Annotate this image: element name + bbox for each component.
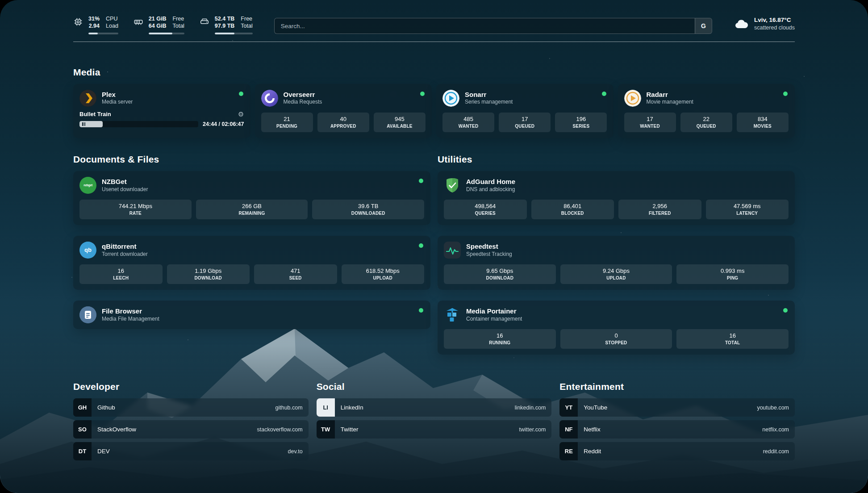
- portainer-icon: [444, 306, 461, 323]
- github-abbr-tile: GH: [73, 398, 92, 417]
- bookmark-linkedin[interactable]: LI LinkedIn linkedin.com: [317, 398, 552, 417]
- system-stats: 31% 2.94 CPU Load: [73, 15, 253, 34]
- section-documents: Documents & Files nzbget NZBGet Usenet d…: [73, 154, 430, 329]
- app-name: Sonarr: [465, 91, 513, 99]
- pause-icon[interactable]: [82, 122, 86, 126]
- playback-progress-bar[interactable]: [79, 121, 198, 127]
- stat-tile: 16LEECH: [79, 264, 163, 284]
- stat-tile: 744.21 MbpsRATE: [79, 200, 192, 219]
- status-dot: [239, 92, 243, 96]
- bookmark-github[interactable]: GH Github github.com: [73, 398, 309, 417]
- search-input[interactable]: [275, 18, 695, 33]
- utilities-section-title: Utilities: [438, 154, 795, 165]
- app-description: DNS and adblocking: [466, 186, 515, 193]
- bookmark-stackoverflow[interactable]: SO StackOverflow stackoverflow.com: [73, 420, 309, 439]
- bookmark-dev[interactable]: DT DEV dev.to: [73, 442, 309, 460]
- search-engine-button[interactable]: G: [695, 18, 712, 33]
- ram-label-free: Free: [172, 15, 184, 22]
- bookmark-twitter[interactable]: TW Twitter twitter.com: [317, 420, 552, 439]
- app-name: Plex: [102, 91, 133, 99]
- app-card-radarr[interactable]: Radarr Movie management 17WANTED 22QUEUE…: [618, 84, 795, 138]
- stat-tile: 21PENDING: [261, 113, 313, 132]
- weather-cloud-icon: [734, 18, 749, 30]
- stat-tile: 498,564QUERIES: [444, 200, 527, 219]
- status-dot: [783, 92, 788, 96]
- app-card-nzbget[interactable]: nzbget NZBGet Usenet downloader 744.21 M…: [73, 171, 430, 225]
- nzbget-icon: nzbget: [79, 177, 96, 194]
- stat-tile: 17QUEUED: [499, 113, 551, 132]
- app-card-adguard[interactable]: AdGuard Home DNS and adblocking 498,564Q…: [438, 171, 795, 225]
- app-card-sonarr[interactable]: Sonarr Series management 485WANTED 17QUE…: [436, 84, 613, 138]
- stat-tile: 9.65 GbpsDOWNLOAD: [444, 264, 556, 284]
- app-name: Media Portainer: [466, 307, 522, 316]
- app-description: Series management: [465, 99, 513, 105]
- app-card-portainer[interactable]: Media Portainer Container management 16R…: [438, 301, 795, 355]
- stat-tile: 0.993 msPING: [676, 264, 789, 284]
- header-divider: [73, 42, 795, 42]
- cpu-load-value: 2.94: [88, 22, 100, 29]
- app-name: AdGuard Home: [466, 178, 515, 186]
- cpu-percent: 31%: [88, 15, 100, 22]
- bookmark-netflix[interactable]: NF Netflix netflix.com: [559, 420, 795, 439]
- app-card-overseerr[interactable]: Overseerr Media Requests 21PENDING 40APP…: [255, 84, 432, 138]
- bookmarks-entertainment: Entertainment YT YouTube youtube.com NF …: [559, 381, 795, 460]
- stat-tile: 16RUNNING: [444, 329, 556, 349]
- disk-progress-bar: [215, 33, 253, 34]
- app-name: Overseerr: [284, 91, 322, 99]
- cpu-progress-bar: [88, 33, 118, 34]
- app-description: Media Requests: [284, 99, 322, 105]
- app-name: File Browser: [102, 307, 159, 316]
- now-playing-title: Bullet Train: [79, 111, 111, 117]
- app-card-filebrowser[interactable]: File Browser Media File Management: [73, 301, 430, 329]
- stat-tile: 945AVAILABLE: [374, 113, 426, 132]
- stat-tile: 16TOTAL: [676, 329, 789, 349]
- status-dot: [420, 92, 425, 96]
- weather-location: Lviv, 16.87°C: [754, 16, 795, 24]
- documents-section-title: Documents & Files: [73, 154, 430, 165]
- bookmarks-social: Social LI LinkedIn linkedin.com TW Twitt…: [317, 381, 552, 460]
- stat-tile: 618.52 MbpsUPLOAD: [342, 264, 425, 284]
- stat-tile: 834MOVIES: [737, 113, 789, 132]
- stat-tile: 2,956FILTERED: [618, 200, 701, 219]
- bookmarks-developer: Developer GH Github github.com SO StackO…: [73, 381, 309, 460]
- ram-free-value: 21 GiB: [149, 15, 167, 22]
- filebrowser-icon: [79, 306, 96, 323]
- stat-tile: 17WANTED: [624, 113, 676, 132]
- social-section-title: Social: [317, 381, 552, 392]
- cpu-label-2: Load: [106, 22, 118, 29]
- dashboard-screen: 31% 2.94 CPU Load: [0, 0, 868, 493]
- ram-widget: 21 GiB 64 GiB Free Total: [134, 15, 184, 34]
- plex-icon: [79, 90, 96, 107]
- section-media: Media Plex Media server: [73, 67, 795, 138]
- weather-condition: scattered clouds: [754, 24, 795, 32]
- cpu-widget: 31% 2.94 CPU Load: [73, 15, 118, 34]
- stat-tile: 22QUEUED: [680, 113, 732, 132]
- overseerr-icon: [261, 90, 278, 107]
- disk-total-value: 97.9 TB: [215, 22, 234, 29]
- app-description: Torrent downloader: [102, 251, 148, 258]
- section-utilities: Utilities Ad: [438, 154, 795, 355]
- app-description: Usenet downloader: [102, 186, 148, 193]
- ram-total-value: 64 GiB: [149, 22, 167, 29]
- stat-tile: 39.6 TBDOWNLOADED: [312, 200, 424, 219]
- app-card-plex[interactable]: Plex Media server Bullet Train ⚙: [73, 84, 250, 138]
- weather-widget: Lviv, 16.87°C scattered clouds: [734, 16, 795, 32]
- playback-time: 24:44 / 02:06:47: [203, 121, 244, 127]
- app-description: Movie management: [647, 99, 693, 105]
- app-card-qbittorrent[interactable]: qb qBittorrent Torrent downloader 16LEEC…: [73, 236, 430, 290]
- bookmark-reddit[interactable]: RE Reddit reddit.com: [559, 442, 795, 460]
- cpu-label-1: CPU: [106, 15, 118, 22]
- youtube-abbr-tile: YT: [559, 398, 578, 417]
- speedtest-icon: [444, 242, 461, 259]
- stat-tile: 47.569 msLATENCY: [706, 200, 789, 219]
- status-dot: [783, 308, 788, 313]
- app-name: Speedtest: [466, 242, 512, 251]
- developer-section-title: Developer: [73, 381, 309, 392]
- status-dot: [419, 179, 423, 183]
- app-name: Radarr: [647, 91, 693, 99]
- netflix-abbr-tile: NF: [559, 420, 578, 439]
- app-card-speedtest[interactable]: Speedtest Speedtest Tracking 9.65 GbpsDO…: [438, 236, 795, 290]
- bookmark-youtube[interactable]: YT YouTube youtube.com: [559, 398, 795, 417]
- gear-icon[interactable]: ⚙: [238, 111, 244, 117]
- topbar: 31% 2.94 CPU Load: [0, 0, 868, 34]
